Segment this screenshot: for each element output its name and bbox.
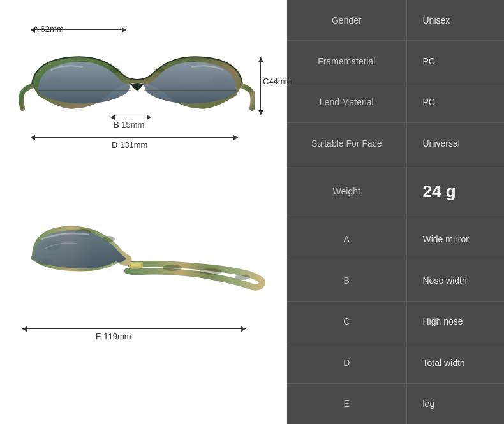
spec-label: Lend Material: [287, 82, 406, 122]
svg-point-9: [199, 268, 222, 275]
spec-label: A: [287, 219, 406, 260]
dim-c-arrow: [260, 57, 261, 115]
dim-e-arrow: [22, 328, 246, 329]
spec-label: Weight: [287, 164, 406, 219]
spec-row: FramematerialPC: [287, 41, 504, 82]
svg-point-8: [163, 265, 182, 271]
spec-value: Universal: [406, 123, 504, 164]
dim-b-arrow: [110, 117, 151, 117]
spec-row: AWide mirror: [287, 219, 504, 260]
spec-value: leg: [406, 383, 504, 424]
spec-row: CHigh nose: [287, 301, 504, 342]
top-glasses-diagram: A 62mm C44mm: [13, 13, 281, 198]
specs-table: GenderUnisexFramematerialPCLend Material…: [287, 0, 504, 424]
spec-label: B: [287, 260, 406, 301]
svg-point-10: [235, 275, 250, 280]
spec-value: High nose: [406, 301, 504, 342]
dim-a-arrow: [31, 29, 126, 30]
dim-c-label: C44mm: [263, 77, 292, 86]
left-panel: A 62mm C44mm: [0, 0, 287, 424]
spec-label: E: [287, 383, 406, 424]
spec-label: Gender: [287, 0, 406, 41]
dim-d-label: D 131mm: [112, 140, 147, 150]
spec-row: DTotal width: [287, 342, 504, 383]
dim-b-label: B 15mm: [114, 120, 144, 129]
dim-e-label: E 119mm: [96, 332, 131, 341]
glasses-top-view: [19, 38, 255, 153]
glasses-side-view: [19, 217, 268, 319]
right-panel: GenderUnisexFramematerialPCLend Material…: [287, 0, 504, 424]
spec-value: PC: [406, 41, 504, 82]
spec-value: Total width: [406, 342, 504, 383]
dim-d-arrow: [31, 137, 238, 138]
spec-value: PC: [406, 82, 504, 122]
spec-label: C: [287, 301, 406, 342]
spec-row: Suitable For FaceUniversal: [287, 123, 504, 164]
spec-row: GenderUnisex: [287, 0, 504, 41]
spec-value: 24 g: [406, 164, 504, 219]
spec-row: BNose width: [287, 260, 504, 301]
spec-row: Weight24 g: [287, 164, 504, 219]
spec-row: Eleg: [287, 383, 504, 424]
spec-row: Lend MaterialPC: [287, 82, 504, 122]
spec-value: Unisex: [406, 0, 504, 41]
spec-label: Framematerial: [287, 41, 406, 82]
svg-rect-16: [131, 263, 141, 267]
spec-value: Nose width: [406, 260, 504, 301]
spec-label: Suitable For Face: [287, 123, 406, 164]
spec-label: D: [287, 342, 406, 383]
spec-value: Wide mirror: [406, 219, 504, 260]
bottom-glasses-diagram: E 119mm: [13, 210, 281, 351]
